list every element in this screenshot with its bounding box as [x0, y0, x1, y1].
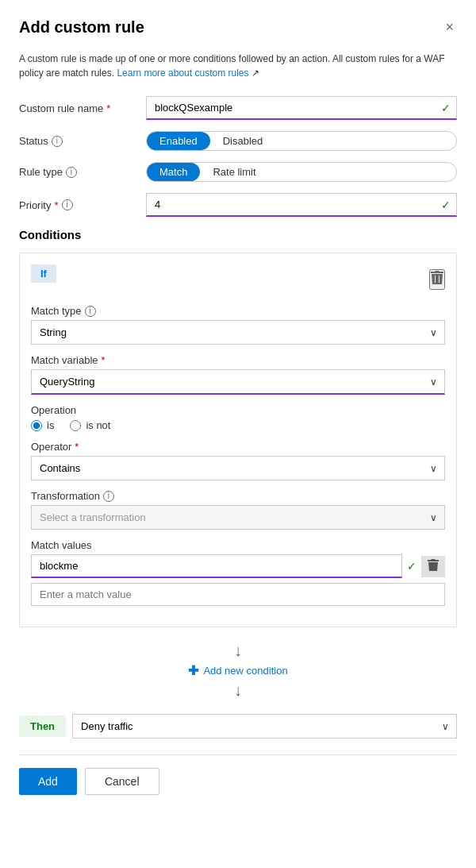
then-row: Then Deny traffic ∨	[19, 714, 457, 739]
conditions-section-title: Conditions	[19, 228, 457, 241]
add-button[interactable]: Add	[19, 768, 77, 795]
operation-is-option[interactable]: is	[31, 419, 54, 431]
operator-label: Operator *	[31, 441, 445, 453]
rule-type-label: Rule type i	[19, 166, 146, 178]
add-condition-section: ↓ ✚ Add new condition ↓	[19, 638, 457, 703]
operation-is-not-radio[interactable]	[70, 420, 81, 431]
description-text: A custom rule is made up of one or more …	[19, 52, 457, 80]
operation-is-not-label: is not	[86, 419, 110, 431]
rule-type-info-icon[interactable]: i	[66, 167, 77, 178]
transformation-dropdown[interactable]: Select a transformation	[31, 505, 445, 530]
operation-group: Operation is is not	[31, 404, 445, 431]
match-variable-group: Match variable * QueryString ∨	[31, 354, 445, 395]
transformation-dropdown-wrapper: Select a transformation ∨	[31, 505, 445, 530]
match-variable-dropdown-wrapper: QueryString ∨	[31, 369, 445, 395]
match-value-check-icon: ✓	[407, 560, 416, 573]
operation-is-not-option[interactable]: is not	[70, 419, 110, 431]
match-values-label: Match values	[31, 539, 445, 551]
priority-required-indicator: *	[54, 199, 58, 211]
dialog-header: Add custom rule ×	[19, 16, 457, 39]
add-condition-arrow-container: ↓	[234, 642, 242, 660]
add-new-condition-button[interactable]: ✚ Add new condition	[188, 663, 287, 678]
match-type-dropdown[interactable]: String	[31, 320, 445, 345]
custom-rule-name-label: Custom rule name *	[19, 102, 146, 114]
external-link-icon: ↗	[251, 68, 259, 79]
operation-is-radio[interactable]	[31, 420, 42, 431]
operation-is-label: is	[47, 419, 54, 431]
custom-rule-name-row: Custom rule name * ✓	[19, 96, 457, 120]
then-dropdown-wrapper: Deny traffic ∨	[72, 714, 457, 739]
rule-type-rate-limit-button[interactable]: Rate limit	[200, 163, 268, 181]
down-arrow-icon: ↓	[234, 642, 242, 660]
status-enabled-button[interactable]: Enabled	[147, 132, 210, 150]
priority-row: Priority * i ✓	[19, 193, 457, 217]
operator-group: Operator * Contains ∨	[31, 441, 445, 480]
plus-icon: ✚	[188, 663, 198, 678]
operation-label: Operation	[31, 404, 445, 416]
required-indicator: *	[106, 102, 110, 114]
priority-input[interactable]	[146, 193, 457, 217]
status-toggle: Enabled Disabled	[146, 131, 457, 151]
add-condition-bottom-arrow: ↓	[234, 681, 242, 700]
match-variable-label: Match variable *	[31, 354, 445, 366]
add-custom-rule-dialog: Add custom rule × A custom rule is made …	[0, 0, 476, 811]
operation-radio-group: is is not	[31, 419, 445, 431]
match-value-row-1: ✓	[31, 554, 445, 578]
delete-condition-button[interactable]	[429, 269, 445, 290]
close-button[interactable]: ×	[442, 16, 457, 39]
match-variable-required: *	[102, 354, 106, 366]
status-label: Status i	[19, 135, 146, 147]
dialog-title: Add custom rule	[19, 18, 144, 37]
if-badge: If	[31, 264, 56, 283]
status-toggle-group: Enabled Disabled	[146, 131, 457, 151]
match-type-label: Match type i	[31, 305, 445, 317]
priority-check-icon: ✓	[441, 199, 451, 211]
match-value-row-2	[31, 583, 445, 606]
transformation-group: Transformation i Select a transformation…	[31, 490, 445, 530]
down-arrow-icon-2: ↓	[234, 681, 242, 700]
match-variable-dropdown[interactable]: QueryString	[31, 369, 445, 395]
footer-divider	[19, 754, 457, 755]
match-type-group: Match type i String ∨	[31, 305, 445, 345]
transformation-info-icon[interactable]: i	[103, 491, 114, 502]
match-type-info-icon[interactable]: i	[85, 306, 96, 317]
validation-check-icon: ✓	[441, 102, 451, 114]
rule-type-toggle-group: Match Rate limit	[146, 162, 457, 182]
learn-more-link[interactable]: Learn more about custom rules	[117, 68, 248, 79]
status-disabled-button[interactable]: Disabled	[210, 132, 276, 150]
transformation-label: Transformation i	[31, 490, 445, 502]
then-badge: Then	[19, 716, 66, 737]
if-header: If	[31, 264, 445, 294]
then-action-dropdown[interactable]: Deny traffic	[72, 714, 457, 739]
rule-type-row: Rule type i Match Rate limit	[19, 162, 457, 182]
priority-info-icon[interactable]: i	[62, 199, 73, 210]
custom-rule-name-field: ✓	[146, 96, 457, 120]
match-value-input-2[interactable]	[31, 583, 445, 606]
status-row: Status i Enabled Disabled	[19, 131, 457, 151]
cancel-button[interactable]: Cancel	[85, 768, 159, 795]
operator-required: *	[75, 441, 79, 453]
priority-label: Priority * i	[19, 199, 146, 211]
delete-match-value-button[interactable]	[421, 556, 445, 577]
status-info-icon[interactable]: i	[52, 136, 63, 147]
match-value-input-1[interactable]	[31, 554, 402, 578]
match-type-dropdown-wrapper: String ∨	[31, 320, 445, 345]
priority-field: ✓	[146, 193, 457, 217]
custom-rule-name-input[interactable]	[146, 96, 457, 120]
match-values-group: Match values ✓	[31, 539, 445, 606]
operator-dropdown[interactable]: Contains	[31, 456, 445, 480]
rule-type-match-button[interactable]: Match	[147, 163, 200, 181]
footer-buttons: Add Cancel	[19, 768, 457, 795]
conditions-box: If Match type i String ∨ Match	[19, 253, 457, 627]
rule-type-toggle: Match Rate limit	[146, 162, 457, 182]
operator-dropdown-wrapper: Contains ∨	[31, 456, 445, 480]
